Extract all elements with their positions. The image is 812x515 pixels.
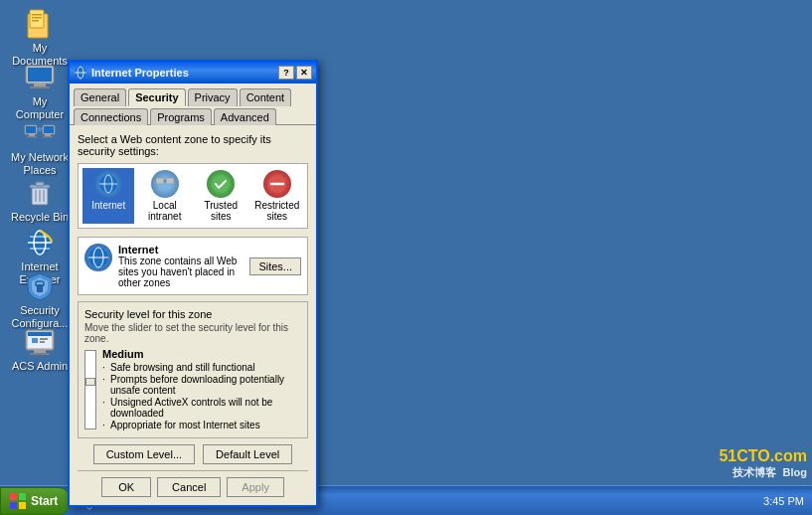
security-bullet-4: Appropriate for most Internet sites	[102, 420, 301, 430]
slider-thumb[interactable]	[85, 378, 95, 386]
security-intro: Select a Web content zone to specify its…	[78, 133, 308, 157]
desktop-icon-my-network[interactable]: My Network Places	[8, 117, 72, 177]
slider-area	[84, 348, 96, 431]
svg-rect-57	[19, 493, 26, 500]
dialog-help-button[interactable]: ?	[278, 66, 294, 80]
svg-rect-3	[32, 17, 42, 19]
ie-icon	[24, 227, 56, 258]
windows-logo-icon	[9, 492, 27, 510]
security-level-title: Security level for this zone	[84, 308, 301, 320]
svg-rect-30	[37, 284, 43, 292]
security-level-name: Medium	[102, 348, 301, 360]
acs-admin-icon	[24, 326, 56, 358]
zone-local-intranet[interactable]: Local intranet	[139, 168, 191, 224]
tab-security[interactable]: Security	[128, 88, 185, 106]
desktop-icon-my-documents[interactable]: My Documents	[8, 8, 72, 68]
tab-programs[interactable]: Programs	[150, 108, 212, 125]
tab-general[interactable]: General	[74, 88, 126, 106]
ok-buttons-row: OK Cancel Apply	[78, 470, 308, 497]
dialog-titlebar: Internet Properties ? ✕	[70, 62, 316, 84]
svg-rect-6	[28, 68, 52, 82]
zone-name: Internet	[118, 244, 244, 256]
svg-rect-17	[27, 136, 37, 138]
tab-connections[interactable]: Connections	[74, 108, 148, 125]
tab-content[interactable]: Content	[240, 88, 292, 106]
security-bullet-2: Prompts before downloading potentially u…	[102, 374, 301, 396]
svg-point-49	[163, 180, 166, 183]
zones-row: Internet Local intranet	[78, 163, 308, 229]
svg-rect-8	[30, 86, 50, 88]
trusted-zone-label: Trusted sites	[197, 200, 244, 222]
desktop-icon-security[interactable]: Security Configura...	[8, 270, 72, 330]
custom-level-button[interactable]: Custom Level...	[93, 444, 195, 464]
svg-rect-18	[43, 136, 53, 138]
dialog-close-button[interactable]: ✕	[296, 66, 312, 80]
intranet-zone-label: Local intranet	[141, 200, 189, 222]
svg-rect-36	[40, 338, 48, 340]
svg-rect-10	[26, 126, 36, 133]
zone-detail: This zone contains all Web sites you hav…	[118, 256, 244, 288]
svg-rect-16	[45, 134, 51, 136]
svg-rect-46	[156, 178, 164, 184]
watermark: 51CTO.com 技术博客 Blog	[719, 447, 807, 480]
internet-properties-dialog: Internet Properties ? ✕ General Security…	[68, 60, 318, 507]
svg-rect-12	[44, 126, 54, 133]
svg-rect-15	[29, 134, 35, 136]
zone-trusted-sites[interactable]: Trusted sites	[195, 168, 246, 224]
svg-rect-47	[166, 178, 174, 184]
security-bullet-1: Safe browsing and still functional	[102, 362, 301, 373]
sites-button[interactable]: Sites...	[249, 258, 301, 275]
svg-rect-7	[34, 84, 46, 86]
svg-point-50	[212, 175, 230, 193]
restricted-zone-label: Restricted sites	[253, 200, 301, 222]
cancel-button[interactable]: Cancel	[157, 477, 221, 497]
security-text: Medium Safe browsing and still functiona…	[102, 348, 301, 431]
start-label: Start	[31, 494, 58, 508]
tab-privacy[interactable]: Privacy	[188, 88, 238, 106]
svg-rect-1	[30, 10, 44, 28]
svg-rect-39	[30, 353, 50, 355]
zone-restricted-sites[interactable]: Restricted sites	[251, 168, 303, 224]
zone-desc-text: Internet This zone contains all Web site…	[118, 244, 244, 288]
security-icon	[24, 270, 56, 302]
ok-button[interactable]: OK	[101, 477, 151, 497]
svg-rect-35	[32, 338, 38, 343]
desktop-icon-recycle-bin[interactable]: Recycle Bin	[8, 177, 72, 224]
svg-rect-2	[32, 14, 42, 16]
default-level-button[interactable]: Default Level	[203, 444, 292, 464]
svg-rect-59	[19, 502, 26, 509]
level-buttons: Custom Level... Default Level	[78, 444, 308, 464]
desktop-icon-acs-admin[interactable]: ACS Admin	[8, 326, 72, 373]
security-bullet-3: Unsigned ActiveX controls will not be do…	[102, 397, 301, 419]
desktop: My Documents My Computer	[0, 0, 812, 515]
svg-point-14	[38, 127, 42, 131]
restricted-zone-icon	[263, 170, 291, 198]
watermark-site: 51CTO.com	[719, 447, 807, 465]
internet-zone-icon	[94, 170, 122, 198]
tab-bar: General Security Privacy Content Connect…	[70, 84, 316, 124]
svg-rect-21	[36, 182, 44, 186]
slider-track[interactable]	[84, 350, 96, 429]
security-bullets: Safe browsing and still functional Promp…	[102, 362, 301, 430]
my-documents-icon	[24, 8, 56, 40]
watermark-blog: 技术博客 Blog	[719, 465, 807, 480]
security-level-subtitle: Move the slider to set the security leve…	[84, 322, 301, 344]
zone-internet[interactable]: Internet	[82, 168, 134, 224]
svg-rect-4	[32, 20, 39, 22]
svg-rect-56	[10, 493, 17, 500]
acs-admin-label: ACS Admin	[12, 360, 68, 373]
apply-button[interactable]: Apply	[227, 477, 284, 497]
my-network-label: My Network Places	[8, 151, 72, 177]
dialog-title-icon	[74, 66, 87, 80]
dialog-title-text: Internet Properties	[91, 67, 189, 79]
start-button[interactable]: Start	[0, 487, 71, 515]
tab-advanced[interactable]: Advanced	[214, 108, 276, 125]
zone-description: Internet This zone contains all Web site…	[78, 237, 308, 295]
svg-rect-34	[28, 332, 52, 336]
recycle-bin-label: Recycle Bin	[11, 211, 69, 224]
recycle-bin-icon	[24, 177, 56, 209]
zone-desc-icon	[84, 244, 112, 271]
security-tab-content: Select a Web content zone to specify its…	[70, 124, 316, 505]
taskbar-time: 3:45 PM	[763, 495, 804, 507]
desktop-icon-my-computer[interactable]: My Computer	[8, 62, 72, 121]
